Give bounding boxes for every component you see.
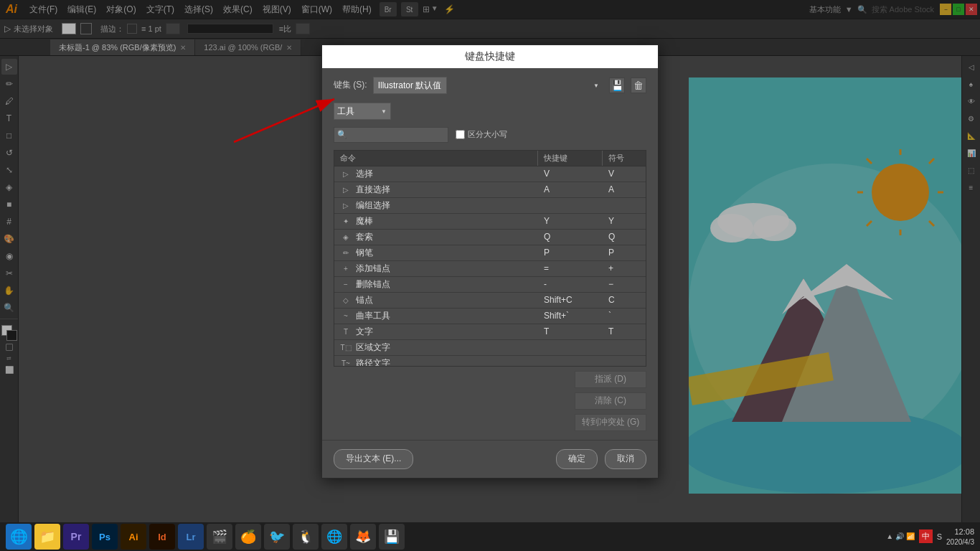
row-symbol: P xyxy=(603,246,646,259)
table-row[interactable]: ▷ 编组选择 xyxy=(334,198,646,214)
table-row[interactable]: ▷ 直接选择 A A xyxy=(334,182,646,198)
row-cmd: 魔棒 xyxy=(356,215,373,227)
table-header: 命令 快捷键 符号 xyxy=(334,150,646,166)
assign-button[interactable]: 指派 (D) xyxy=(575,371,646,388)
search-input[interactable] xyxy=(350,131,436,139)
table-row[interactable]: T 文字 T T xyxy=(334,324,646,340)
row-symbol: Y xyxy=(603,215,646,227)
row-icon: ▷ xyxy=(340,202,352,209)
row-shortcut[interactable]: - xyxy=(538,278,603,291)
row-shortcut[interactable]: A xyxy=(538,183,603,196)
taskbar-files[interactable]: 📁 xyxy=(34,524,60,550)
row-cmd: 曲率工具 xyxy=(356,310,390,322)
row-symbol xyxy=(603,204,646,207)
row-cmd: 直接选择 xyxy=(356,184,390,196)
lang-indicator[interactable]: 中 xyxy=(919,529,933,543)
case-checkbox[interactable] xyxy=(456,130,465,139)
row-icon: ▷ xyxy=(340,170,352,178)
taskbar-storage[interactable]: 💾 xyxy=(379,524,405,550)
taskbar-penguin[interactable]: 🐧 xyxy=(293,524,319,550)
dialog-titlebar: 键盘快捷键 xyxy=(322,45,658,68)
row-cmd: 删除锚点 xyxy=(356,278,390,291)
modal-overlay: 键盘快捷键 键集 (S): Illustrator 默认值 💾 🗑 工具菜单命令… xyxy=(0,0,980,522)
row-shortcut[interactable] xyxy=(538,346,603,349)
row-cmd: 编组选择 xyxy=(356,199,390,212)
dialog-body: 键集 (S): Illustrator 默认值 💾 🗑 工具菜单命令面板菜单 🔍 xyxy=(322,68,658,440)
row-icon: ▷ xyxy=(340,186,352,194)
row-shortcut[interactable]: V xyxy=(538,167,603,180)
ime-indicator: S xyxy=(937,532,942,541)
row-cmd: 区域文字 xyxy=(356,342,390,354)
keyset-select[interactable]: Illustrator 默认值 xyxy=(373,77,447,94)
row-symbol: + xyxy=(603,262,646,275)
cancel-button[interactable]: 取消 xyxy=(605,449,646,469)
ok-button[interactable]: 确定 xyxy=(556,449,598,469)
table-row[interactable]: ~ 曲率工具 Shift+` ` xyxy=(334,309,646,324)
tray-icons: ▲ 🔊 📶 xyxy=(886,532,914,540)
keyboard-shortcuts-dialog: 键盘快捷键 键集 (S): Illustrator 默认值 💾 🗑 工具菜单命令… xyxy=(321,44,659,479)
row-icon: ~ xyxy=(340,312,352,320)
table-row[interactable]: + 添加锚点 = + xyxy=(334,261,646,277)
keyset-delete-btn[interactable]: 🗑 xyxy=(631,77,646,93)
tool-select-wrap: 工具菜单命令面板菜单 xyxy=(334,103,391,120)
clock-time: 12:08 xyxy=(946,527,974,537)
clear-button[interactable]: 清除 (C) xyxy=(575,392,646,410)
tool-dropdown[interactable]: 工具菜单命令面板菜单 xyxy=(334,103,391,120)
search-icon: 🔍 xyxy=(337,130,347,139)
keyset-row: 键集 (S): Illustrator 默认值 💾 🗑 xyxy=(334,77,646,94)
row-shortcut[interactable] xyxy=(538,204,603,207)
taskbar-indesign[interactable]: Id xyxy=(149,524,175,550)
clock-date: 2020/4/3 xyxy=(946,537,974,547)
taskbar-system-tray: ▲ 🔊 📶 中 S 12:08 2020/4/3 xyxy=(886,527,974,546)
row-shortcut[interactable]: Shift+C xyxy=(538,293,603,306)
search-input-wrap: 🔍 xyxy=(334,127,448,143)
row-symbol xyxy=(603,362,646,364)
table-row[interactable]: − 删除锚点 - − xyxy=(334,277,646,293)
row-icon: ◈ xyxy=(340,233,352,241)
taskbar-lightroom[interactable]: Lr xyxy=(178,524,204,550)
row-icon: T~ xyxy=(340,359,352,367)
row-shortcut[interactable] xyxy=(538,362,603,364)
row-shortcut[interactable]: Shift+` xyxy=(538,309,603,322)
table-row[interactable]: ▷ 选择 V V xyxy=(334,166,646,182)
taskbar-photoshop[interactable]: Ps xyxy=(92,524,118,550)
taskbar-media[interactable]: 🎬 xyxy=(207,524,232,550)
keyset-label: 键集 (S): xyxy=(334,79,367,91)
table-row[interactable]: T⬚ 区域文字 xyxy=(334,340,646,356)
table-body[interactable]: ▷ 选择 V V ▷ 直接选择 A A ▷ 编组选择 ✦ 魔棒 Y Y ◈ 套索… xyxy=(334,166,646,367)
case-label: 区分大小写 xyxy=(468,129,507,140)
action-buttons: 指派 (D) 清除 (C) 转到冲突处 (G) xyxy=(334,371,646,431)
taskbar-premiere[interactable]: Pr xyxy=(63,524,89,550)
clock: 12:08 2020/4/3 xyxy=(946,527,974,546)
goto-button[interactable]: 转到冲突处 (G) xyxy=(575,414,646,431)
row-symbol xyxy=(603,346,646,349)
row-cmd: 锚点 xyxy=(356,294,373,306)
table-row[interactable]: ◈ 套索 Q Q xyxy=(334,230,646,245)
taskbar-chrome[interactable]: 🌐 xyxy=(321,524,347,550)
row-icon: ✦ xyxy=(340,217,352,225)
footer-right-buttons: 确定 取消 xyxy=(556,449,646,469)
row-cmd: 选择 xyxy=(356,168,373,180)
export-button[interactable]: 导出文本 (E)... xyxy=(334,449,413,469)
row-shortcut[interactable]: Y xyxy=(538,215,603,227)
table-row[interactable]: ✏ 钢笔 P P xyxy=(334,245,646,261)
table-row[interactable]: T~ 路径文字 xyxy=(334,356,646,367)
taskbar-fox[interactable]: 🦊 xyxy=(350,524,376,550)
row-cmd: 钢笔 xyxy=(356,247,373,259)
row-shortcut[interactable]: Q xyxy=(538,230,603,243)
row-symbol: Q xyxy=(603,230,646,243)
row-shortcut[interactable]: T xyxy=(538,325,603,338)
keyset-save-btn[interactable]: 💾 xyxy=(609,77,625,93)
table-row[interactable]: ✦ 魔棒 Y Y xyxy=(334,214,646,230)
taskbar-bird[interactable]: 🐦 xyxy=(264,524,290,550)
taskbar-illustrator[interactable]: Ai xyxy=(121,524,146,550)
row-shortcut[interactable]: P xyxy=(538,246,603,259)
row-cmd: 文字 xyxy=(356,326,373,338)
row-shortcut[interactable]: = xyxy=(538,262,603,275)
row-icon: T⬚ xyxy=(340,344,352,352)
table-row[interactable]: ◇ 锚点 Shift+C C xyxy=(334,293,646,309)
taskbar-browser[interactable]: 🌐 xyxy=(6,524,32,550)
taskbar: 🌐 📁 Pr Ps Ai Id Lr 🎬 🍊 🐦 🐧 🌐 🦊 💾 ▲ 🔊 📶 中 xyxy=(0,522,980,551)
col-shortcut: 快捷键 xyxy=(538,151,603,166)
taskbar-fruit[interactable]: 🍊 xyxy=(235,524,261,550)
